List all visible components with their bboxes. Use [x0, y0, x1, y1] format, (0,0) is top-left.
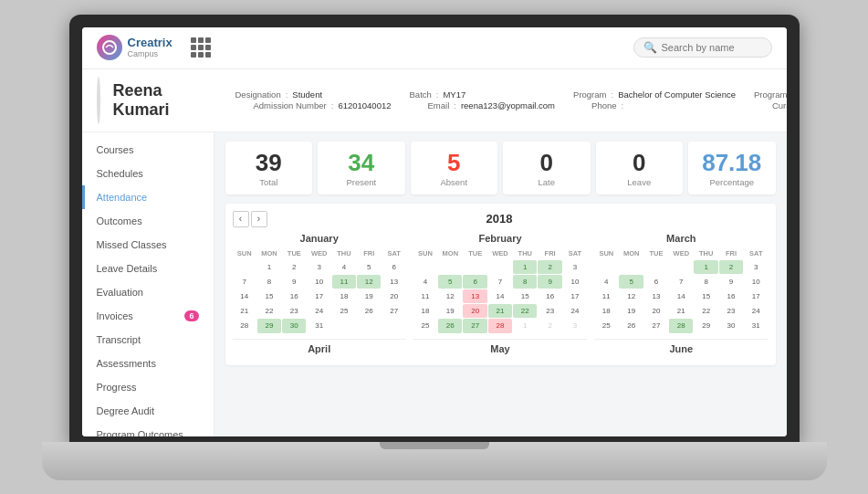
day-header: THU	[513, 247, 537, 259]
calendar-day: 12	[438, 289, 462, 303]
calendar-day: 25	[332, 304, 356, 318]
sidebar-item-label: Leave Details	[97, 263, 158, 274]
calendar-day: 9	[282, 275, 306, 289]
calendar-day: 19	[619, 304, 643, 318]
calendar-day: 6	[644, 275, 668, 289]
calendar-day: 23	[282, 304, 306, 318]
search-icon: 🔍	[643, 41, 657, 54]
sidebar-item[interactable]: Invoices6	[82, 304, 214, 328]
calendar-next-button[interactable]: ›	[251, 211, 267, 227]
stat-label: Percentage	[697, 177, 767, 187]
calendar-day: 2	[538, 319, 561, 332]
calendar-day	[382, 319, 405, 332]
sidebar-item-label: Attendance	[97, 192, 148, 203]
calendar-day: 27	[382, 304, 405, 318]
calendar-day: 21	[488, 304, 512, 318]
calendar-day	[463, 260, 486, 274]
stat-label: Present	[327, 177, 396, 187]
calendar-day: 23	[538, 304, 561, 318]
calendar-day: 17	[307, 289, 330, 303]
stat-label: Absent	[420, 177, 489, 187]
stat-number: 0	[605, 149, 675, 177]
laptop-base	[42, 442, 827, 480]
sidebar-item[interactable]: Transcript	[82, 328, 214, 352]
sidebar-item[interactable]: Outcomes	[82, 209, 214, 233]
calendar-day: 13	[644, 289, 668, 303]
calendar-day: 23	[719, 304, 743, 318]
day-header: WED	[488, 247, 512, 259]
sidebar-item[interactable]: Assessments	[82, 352, 214, 375]
calendar-day: 3	[563, 260, 587, 274]
search-input[interactable]	[662, 42, 762, 53]
calendar-day: 22	[694, 304, 717, 318]
calendar-day: 3	[744, 260, 768, 274]
month-block: MarchSUNMONTUEWEDTHUFRISAT12345678910111…	[594, 233, 768, 333]
calendar-day: 17	[563, 289, 587, 303]
stat-card: 0Leave	[596, 142, 684, 194]
grid-icon[interactable]	[191, 37, 211, 58]
day-header: SUN	[413, 247, 437, 259]
sidebar-item[interactable]: Program Outcomes Attainment	[82, 423, 214, 436]
month-block: FebruarySUNMONTUEWEDTHUFRISAT12345678910…	[413, 233, 587, 333]
calendar-day: 30	[719, 319, 743, 332]
student-name: Reena Kumari	[113, 81, 223, 120]
stat-number: 87.18	[697, 149, 767, 177]
sidebar-item[interactable]: Attendance	[82, 185, 214, 209]
day-header: WED	[307, 247, 330, 259]
logo-area: Creatrix Campus	[97, 35, 173, 60]
stat-number: 39	[235, 149, 304, 177]
sidebar-item[interactable]: Missed Classes	[82, 233, 214, 257]
calendar-day: 25	[594, 319, 618, 332]
calendar-day: 24	[307, 304, 330, 318]
sidebar-item[interactable]: Leave Details	[82, 257, 214, 280]
calendar-day: 9	[538, 275, 561, 289]
profile-header: Reena Kumari Designation : Student Batch…	[82, 69, 787, 132]
calendar-day: 11	[413, 289, 437, 303]
calendar-day: 7	[233, 275, 256, 289]
sidebar-item[interactable]: Degree Audit	[82, 399, 214, 423]
stat-card: 5Absent	[411, 142, 498, 194]
stat-label: Total	[235, 177, 304, 187]
calendar-day: 16	[282, 289, 306, 303]
calendar-day: 5	[357, 260, 381, 274]
calendar-day: 28	[488, 319, 512, 332]
sidebar-item-label: Invoices	[97, 310, 133, 321]
calendar-day: 5	[438, 275, 462, 289]
calendar-day: 24	[563, 304, 587, 318]
sidebar-item-label: Missed Classes	[97, 239, 167, 250]
calendar-day: 8	[694, 275, 717, 289]
calendar-day-grid: SUNMONTUEWEDTHUFRISAT1234567891011121314…	[413, 247, 587, 333]
day-header: THU	[332, 247, 356, 259]
sidebar-item[interactable]: Schedules	[82, 162, 214, 185]
calendar-day: 30	[282, 319, 306, 332]
stats-row: 39Total34Present5Absent0Late0Leave87.18P…	[225, 142, 776, 194]
calendar-day	[644, 260, 668, 274]
calendar-day: 22	[513, 304, 537, 318]
calendar-day: 4	[413, 275, 437, 289]
stat-card: 87.18Percentage	[688, 142, 776, 194]
sidebar-item-label: Program Outcomes Attainment	[97, 429, 199, 436]
calendar-day: 26	[357, 304, 381, 318]
calendar-day	[332, 319, 356, 332]
day-header: SAT	[382, 247, 405, 259]
day-header: SUN	[233, 247, 256, 259]
sidebar-item[interactable]: Courses	[82, 138, 214, 162]
svg-point-0	[103, 41, 116, 54]
calendar-prev-button[interactable]: ‹	[233, 211, 249, 227]
profile-info: Designation : Student Batch : MY17 Progr…	[235, 89, 787, 110]
month-title: March	[594, 233, 768, 244]
calendar-day: 8	[513, 275, 537, 289]
month-title: January	[233, 233, 406, 244]
sidebar-item-label: Schedules	[97, 168, 143, 179]
calendar-day: 21	[233, 304, 256, 318]
months-grid: JanuarySUNMONTUEWEDTHUFRISAT123456789101…	[233, 233, 769, 333]
calendar-day	[413, 260, 437, 274]
calendar-day: 20	[644, 304, 668, 318]
search-box[interactable]: 🔍	[633, 37, 772, 58]
sidebar-item[interactable]: Evaluation	[82, 280, 214, 304]
sidebar-item[interactable]: Progress	[82, 375, 214, 399]
calendar-day	[619, 260, 643, 274]
day-header: FRI	[357, 247, 381, 259]
calendar-day: 15	[694, 289, 717, 303]
calendar-day: 7	[488, 275, 512, 289]
